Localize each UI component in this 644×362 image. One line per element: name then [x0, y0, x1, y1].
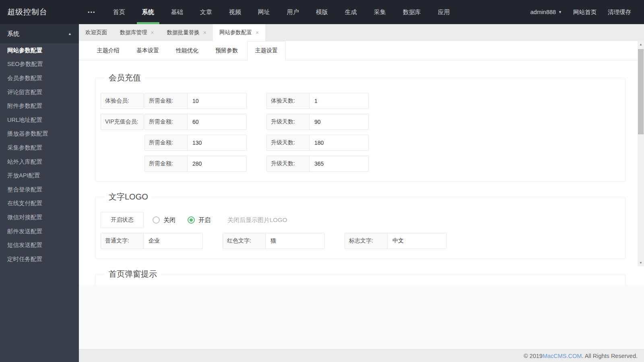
more-menu-icon[interactable]: •••: [79, 0, 105, 24]
top-menu-item-home[interactable]: 首页: [105, 0, 134, 24]
section-legend: 文字LOGO: [105, 191, 152, 202]
days-field: 升级天数:: [266, 135, 369, 151]
sidebar-item-wechat-config[interactable]: 微信对接配置: [0, 210, 79, 224]
top-menu-item-collect[interactable]: 采集: [365, 0, 394, 24]
close-icon[interactable]: ×: [256, 30, 259, 35]
amount-input[interactable]: [188, 114, 246, 130]
sidebar-item-seo-params[interactable]: SEO参数配置: [0, 58, 79, 72]
top-menu-item-user[interactable]: 用户: [279, 0, 308, 24]
sidebar-item-online-payment[interactable]: 在线支付配置: [0, 197, 79, 211]
subtab-theme-intro[interactable]: 主题介绍: [89, 41, 127, 60]
top-menu-item-generate[interactable]: 生成: [336, 0, 365, 24]
logo-hint: 关闭后显示图片LOGO: [227, 216, 287, 224]
subtab-performance[interactable]: 性能优化: [168, 41, 206, 60]
sidebar-item-email-config[interactable]: 邮件发送配置: [0, 224, 79, 239]
top-menu-item-system[interactable]: 系统: [134, 0, 163, 24]
subtab-basic-settings[interactable]: 基本设置: [129, 41, 167, 60]
days-input[interactable]: [310, 135, 368, 150]
content-background: [79, 285, 644, 349]
logo-status-row: 开启状态 关闭 开启 关闭后显示图片LOGO: [101, 212, 619, 228]
logo-text-row: 普通文字: 红色文字: 标志文字:: [101, 233, 619, 249]
form-body: 会员充值 体验会员: 所需金额: 体验天数: VIP充值会员:: [79, 60, 644, 285]
normal-text-input[interactable]: [144, 233, 202, 249]
page-tabs: 欢迎页面 数据库管理× 数据批量替换× 网站参数配置×: [79, 24, 644, 41]
radio-selected-icon[interactable]: [188, 216, 195, 224]
sidebar-item-player-params[interactable]: 播放器参数配置: [0, 127, 79, 141]
sidebar-item-comment-params[interactable]: 评论留言配置: [0, 85, 79, 99]
top-menu-item-article[interactable]: 文章: [192, 0, 221, 24]
sidebar-item-open-api[interactable]: 开放API配置: [0, 169, 79, 183]
member-row: 所需金额: 升级天数:: [101, 156, 619, 172]
top-menu-item-website[interactable]: 网址: [250, 0, 279, 24]
sidebar-item-sms-config[interactable]: 短信发送配置: [0, 238, 79, 252]
amount-field: 所需金额:: [144, 93, 247, 109]
red-text-input[interactable]: [266, 233, 324, 249]
username: admin888: [530, 9, 556, 15]
close-icon[interactable]: ×: [203, 30, 206, 35]
copyright-suffix: . All Rights Reserved.: [582, 353, 638, 359]
sidebar-item-attachment-params[interactable]: 附件参数配置: [0, 99, 79, 113]
footer: © 2019 MacCMS.COM . All Rights Reserved.: [79, 349, 644, 362]
clear-cache-link[interactable]: 清理缓存: [602, 8, 637, 16]
tab-welcome[interactable]: 欢迎页面: [79, 24, 114, 41]
maccms-link[interactable]: MacCMS.COM: [543, 353, 582, 359]
amount-input[interactable]: [188, 135, 246, 150]
tab-content: 主题介绍 基本设置 性能优化 预留参数 主题设置 会员充值 体验会员: 所需金额…: [79, 41, 644, 285]
tab-database-manage[interactable]: 数据库管理×: [114, 24, 161, 41]
sidebar-item-site-params[interactable]: 网站参数配置: [0, 43, 79, 58]
sidebar-item-url-config[interactable]: URL地址配置: [0, 113, 79, 127]
days-input[interactable]: [310, 156, 368, 171]
topbar-right: admin888 ▼ 网站首页 清理缓存: [524, 0, 644, 24]
radio-unselected-icon[interactable]: [153, 216, 160, 224]
red-text-field: 红色文字:: [223, 233, 325, 249]
top-menu-item-database[interactable]: 数据库: [394, 0, 429, 24]
sidebar-item-integrated-login[interactable]: 整合登录配置: [0, 183, 79, 197]
radio-logo-off[interactable]: 关闭: [153, 216, 175, 224]
user-dropdown[interactable]: admin888 ▼: [524, 9, 568, 15]
scrollbar-down-button[interactable]: ▼: [638, 259, 644, 266]
scrollbar-up-button[interactable]: ▲: [638, 41, 644, 48]
sidebar-item-external-storage[interactable]: 站外入库配置: [0, 155, 79, 169]
days-input[interactable]: [310, 114, 368, 130]
copyright-text: © 2019: [524, 353, 543, 359]
member-recharge-section: 会员充值 体验会员: 所需金额: 体验天数: VIP充值会员:: [95, 72, 625, 182]
amount-input[interactable]: [188, 93, 246, 109]
mark-text-input[interactable]: [388, 233, 446, 249]
days-field: 升级天数:: [266, 114, 369, 130]
sidebar-item-member-params[interactable]: 会员参数配置: [0, 71, 79, 85]
top-menu-item-template[interactable]: 模版: [308, 0, 336, 24]
top-menu-item-app[interactable]: 应用: [429, 0, 458, 24]
main-area: 欢迎页面 数据库管理× 数据批量替换× 网站参数配置× 主题介绍 基本设置 性能…: [79, 24, 644, 362]
tab-site-params[interactable]: 网站参数配置×: [213, 24, 265, 41]
radio-logo-on[interactable]: 开启: [188, 216, 211, 224]
sidebar-group-system[interactable]: 系统 ▲: [0, 24, 79, 43]
active-menu-underline: [137, 22, 159, 24]
section-legend: 首页弹窗提示: [105, 269, 161, 280]
tab-batch-replace[interactable]: 数据批量替换×: [161, 24, 213, 41]
main-layout: 系统 ▲ 网站参数配置 SEO参数配置 会员参数配置 评论留言配置 附件参数配置…: [0, 24, 644, 362]
subtab-reserved-params[interactable]: 预留参数: [208, 41, 246, 60]
amount-input[interactable]: [188, 156, 246, 171]
member-group-label: 体验会员:: [101, 93, 144, 109]
member-row: VIP充值会员: 所需金额: 升级天数:: [101, 114, 619, 130]
scrollbar-thumb[interactable]: [638, 49, 644, 134]
days-input[interactable]: [310, 93, 368, 109]
topbar: 超级控制台 ••• 首页 系统 基础 文章 视频 网址 用户 模版 生成 采集 …: [0, 0, 644, 24]
top-menu: 首页 系统 基础 文章 视频 网址 用户 模版 生成 采集 数据库 应用: [105, 0, 458, 24]
settings-subtabs: 主题介绍 基本设置 性能优化 预留参数 主题设置: [79, 41, 644, 60]
site-home-link[interactable]: 网站首页: [568, 8, 602, 16]
sidebar-item-collect-params[interactable]: 采集参数配置: [0, 141, 79, 155]
scrollbar[interactable]: ▲ ▼: [638, 41, 644, 266]
close-icon[interactable]: ×: [151, 30, 154, 35]
sidebar: 系统 ▲ 网站参数配置 SEO参数配置 会员参数配置 评论留言配置 附件参数配置…: [0, 24, 79, 362]
amount-field: 所需金额:: [144, 114, 247, 130]
amount-field: 所需金额:: [144, 135, 247, 151]
subtab-theme-settings[interactable]: 主题设置: [247, 41, 286, 60]
normal-text-field: 普通文字:: [101, 233, 203, 249]
top-menu-item-video[interactable]: 视频: [221, 0, 250, 24]
sidebar-item-cron-config[interactable]: 定时任务配置: [0, 252, 79, 266]
logo-status-label: 开启状态: [101, 212, 144, 228]
days-field: 升级天数:: [266, 156, 369, 172]
top-menu-item-basic[interactable]: 基础: [163, 0, 192, 24]
chevron-up-icon: ▲: [68, 32, 72, 36]
